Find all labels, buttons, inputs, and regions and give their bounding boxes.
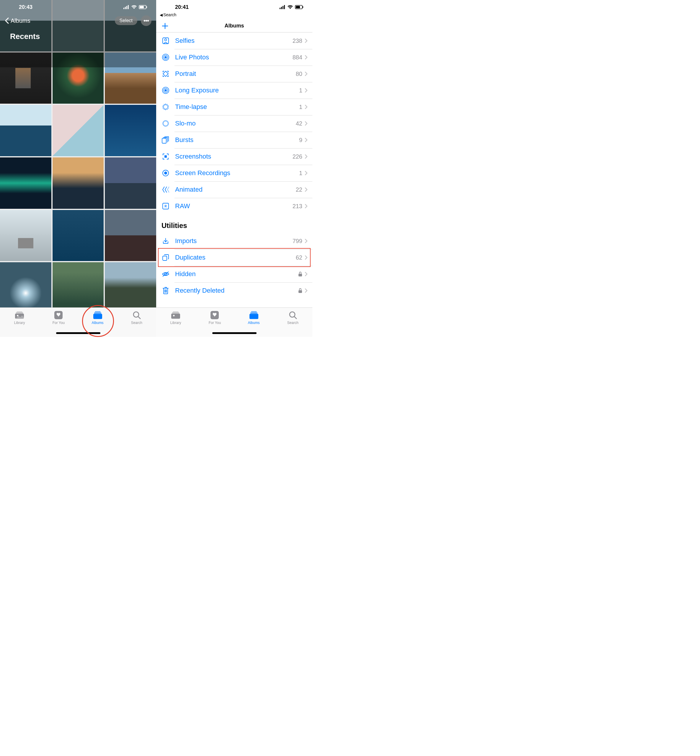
album-label: Bursts bbox=[175, 136, 299, 144]
svg-rect-7 bbox=[17, 311, 22, 312]
tab-albums[interactable]: Albums bbox=[241, 311, 267, 325]
album-row-raw[interactable]: RRAW213 bbox=[156, 198, 312, 214]
svg-point-10 bbox=[17, 315, 18, 316]
tab-label: Albums bbox=[92, 321, 104, 325]
svg-rect-23 bbox=[296, 6, 300, 8]
svg-rect-19 bbox=[283, 6, 283, 9]
album-row-duplicates[interactable]: Duplicates62 bbox=[156, 249, 312, 266]
back-label: Albums bbox=[11, 17, 30, 24]
photo-thumbnail[interactable] bbox=[105, 262, 156, 307]
tab-library[interactable]: Library bbox=[6, 311, 33, 325]
slomo-icon bbox=[161, 119, 170, 128]
photo-thumbnail[interactable] bbox=[53, 262, 104, 307]
photo-thumbnail[interactable] bbox=[105, 157, 156, 209]
tab-for-you[interactable]: For You bbox=[45, 311, 72, 325]
lock-icon bbox=[298, 272, 302, 276]
status-time: 20:41 bbox=[163, 4, 239, 10]
svg-rect-52 bbox=[167, 125, 168, 126]
svg-rect-17 bbox=[280, 8, 280, 9]
photo-thumbnail[interactable] bbox=[105, 210, 156, 261]
chevron-right-icon bbox=[305, 38, 308, 43]
svg-rect-61 bbox=[164, 121, 165, 122]
back-button[interactable]: Albums bbox=[5, 17, 30, 24]
search-icon bbox=[132, 311, 141, 319]
album-label: Animated bbox=[175, 186, 296, 193]
svg-line-16 bbox=[138, 316, 140, 319]
screenshot-icon bbox=[161, 152, 170, 161]
screenrec-icon bbox=[161, 169, 170, 177]
library-icon bbox=[171, 311, 180, 319]
svg-rect-8 bbox=[16, 312, 23, 313]
tab-library[interactable]: Library bbox=[162, 311, 189, 325]
album-row-timelapse[interactable]: Time-lapse1 bbox=[156, 99, 312, 115]
svg-rect-54 bbox=[165, 125, 166, 127]
animated-icon bbox=[161, 185, 170, 194]
album-row-screenrec[interactable]: Screen Recordings1 bbox=[156, 165, 312, 181]
photo-thumbnail[interactable] bbox=[0, 105, 52, 156]
album-row-longexp[interactable]: Long Exposure1 bbox=[156, 82, 312, 99]
more-button[interactable]: ••• bbox=[141, 16, 152, 26]
home-indicator[interactable] bbox=[212, 332, 256, 334]
tab-search[interactable]: Search bbox=[123, 311, 150, 325]
tab-label: For You bbox=[53, 321, 65, 325]
album-row-imports[interactable]: Imports799 bbox=[156, 233, 312, 249]
photo-thumbnail[interactable] bbox=[105, 53, 156, 104]
battery-icon bbox=[139, 5, 148, 9]
add-button[interactable] bbox=[161, 22, 169, 30]
photo-grid[interactable] bbox=[0, 0, 156, 307]
plus-icon bbox=[161, 22, 169, 30]
album-label: Screenshots bbox=[175, 153, 292, 160]
album-label: Portrait bbox=[175, 70, 296, 78]
photo-thumbnail[interactable] bbox=[0, 262, 52, 307]
photo-thumbnail[interactable] bbox=[105, 105, 156, 156]
photo-thumbnail[interactable] bbox=[53, 157, 104, 209]
chevron-right-icon bbox=[305, 138, 308, 142]
timelapse-icon bbox=[161, 103, 170, 111]
chevron-left-icon bbox=[5, 17, 9, 24]
photo-thumbnail[interactable] bbox=[0, 210, 52, 261]
select-button[interactable]: Select bbox=[115, 16, 137, 25]
tab-search[interactable]: Search bbox=[280, 311, 306, 325]
album-row-slomo[interactable]: Slo-mo42 bbox=[156, 115, 312, 132]
tab-label: For You bbox=[209, 321, 221, 325]
svg-rect-14 bbox=[93, 314, 102, 319]
album-row-animated[interactable]: Animated22 bbox=[156, 181, 312, 198]
svg-text:R: R bbox=[164, 205, 167, 208]
album-row-screenshot[interactable]: Screenshots226 bbox=[156, 148, 312, 165]
lock-icon bbox=[298, 288, 302, 293]
svg-rect-60 bbox=[163, 121, 164, 122]
album-row-hidden[interactable]: Hidden bbox=[156, 266, 312, 282]
battery-icon bbox=[295, 5, 304, 9]
album-label: Long Exposure bbox=[175, 86, 299, 94]
status-time: 20:43 bbox=[7, 4, 83, 10]
svg-rect-37 bbox=[167, 106, 169, 107]
svg-rect-55 bbox=[164, 125, 165, 127]
photo-thumbnail[interactable] bbox=[53, 210, 104, 261]
album-row-live[interactable]: Live Photos884 bbox=[156, 49, 312, 66]
chevron-right-icon bbox=[305, 55, 308, 59]
tab-bar: Library For You Albums Search bbox=[156, 307, 312, 337]
album-row-bursts[interactable]: Bursts9 bbox=[156, 132, 312, 148]
album-row-trash[interactable]: Recently Deleted bbox=[156, 282, 312, 299]
albums-list[interactable]: Selfies238Live Photos884Portrait80Long E… bbox=[156, 33, 312, 337]
photo-thumbnail[interactable] bbox=[53, 53, 104, 104]
album-label: Recently Deleted bbox=[175, 287, 298, 294]
home-indicator[interactable] bbox=[56, 332, 100, 334]
photo-thumbnail[interactable] bbox=[0, 157, 52, 209]
tab-for-you[interactable]: For You bbox=[202, 311, 228, 325]
svg-rect-75 bbox=[171, 314, 180, 319]
photo-thumbnail[interactable] bbox=[53, 105, 104, 156]
album-count: 226 bbox=[292, 153, 302, 160]
album-row-selfies[interactable]: Selfies238 bbox=[156, 33, 312, 49]
tab-albums[interactable]: Albums bbox=[84, 311, 111, 325]
tab-label: Search bbox=[131, 321, 142, 325]
svg-point-28 bbox=[165, 56, 167, 58]
raw-icon: R bbox=[161, 202, 170, 210]
chevron-right-icon bbox=[305, 288, 308, 293]
tab-label: Library bbox=[170, 321, 181, 325]
status-bar: 20:43 bbox=[0, 0, 156, 14]
for-you-icon bbox=[54, 311, 63, 319]
album-row-portrait[interactable]: Portrait80 bbox=[156, 66, 312, 82]
svg-rect-57 bbox=[162, 124, 164, 125]
photo-thumbnail[interactable] bbox=[0, 53, 52, 104]
